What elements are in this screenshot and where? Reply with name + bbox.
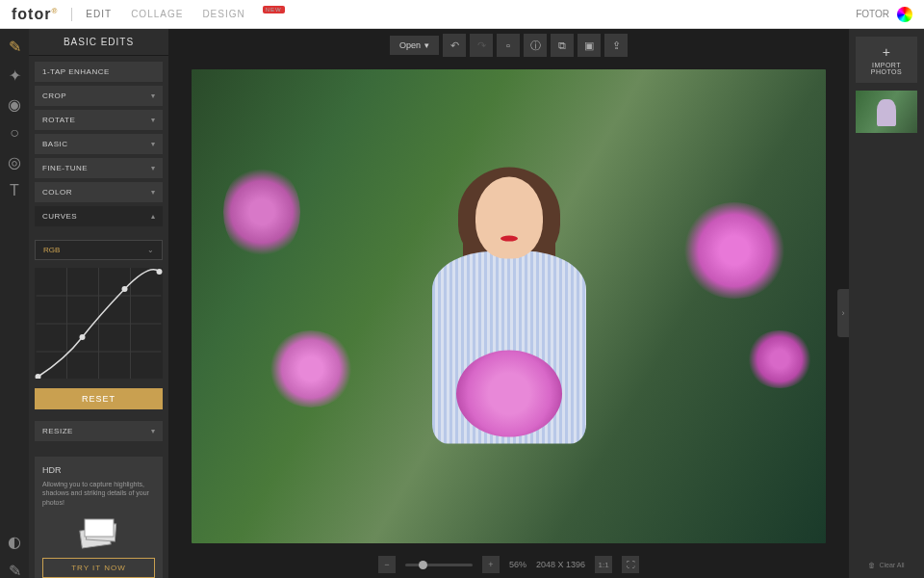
redo-icon[interactable]: ↷ <box>470 34 493 57</box>
zoom-knob[interactable] <box>419 561 427 569</box>
chevron-down-icon: ▾ <box>151 427 156 435</box>
circle-icon[interactable]: ○ <box>7 125 22 141</box>
image-icon[interactable]: ▣ <box>578 34 601 57</box>
chevron-up-icon: ▴ <box>151 212 156 221</box>
image-content <box>223 164 300 260</box>
canvas-image[interactable] <box>192 69 826 543</box>
zoom-slider[interactable] <box>405 564 473 566</box>
chevron-down-icon: ▾ <box>424 40 429 50</box>
image-content <box>681 202 787 299</box>
import-photos-button[interactable]: +IMPORT PHOTOS <box>856 37 917 83</box>
new-badge: NEW <box>263 6 285 13</box>
compare-icon[interactable]: ⧉ <box>551 34 574 57</box>
hdr-promo: HDR Allowing you to capture highlights, … <box>35 457 163 578</box>
svg-point-7 <box>80 334 86 340</box>
zoom-in-button[interactable]: + <box>482 556 500 573</box>
panel-title: BASIC EDITS <box>29 29 168 56</box>
nav-edit[interactable]: EDIT <box>86 9 112 19</box>
item-enhance[interactable]: 1-TAP ENHANCE <box>35 62 163 82</box>
hdr-illustration <box>42 513 155 552</box>
chevron-down-icon: ⌄ <box>147 246 154 254</box>
user-label[interactable]: FOTOR <box>856 9 889 19</box>
wand-icon[interactable]: ✦ <box>7 67 22 83</box>
item-finetune[interactable]: FINE-TUNE▾ <box>35 158 163 178</box>
photo-thumbnail[interactable] <box>856 91 917 133</box>
item-basic[interactable]: BASIC▾ <box>35 134 163 154</box>
note-icon[interactable]: ✎ <box>7 563 22 578</box>
chevron-down-icon: ▾ <box>151 164 156 172</box>
nav-collage[interactable]: COLLAGE <box>131 9 183 19</box>
top-bar: fotor® EDIT COLLAGE DESIGNNEW FOTOR <box>0 0 924 29</box>
item-curves[interactable]: CURVES▴ <box>35 206 163 226</box>
target-icon[interactable]: ◎ <box>7 154 22 170</box>
top-nav: EDIT COLLAGE DESIGNNEW <box>86 9 267 19</box>
collapse-right-icon[interactable]: › <box>837 289 849 337</box>
image-dimensions: 2048 X 1396 <box>536 560 585 569</box>
undo-icon[interactable]: ↶ <box>443 34 466 57</box>
chevron-down-icon: ▾ <box>151 140 156 148</box>
canvas-toolbar: Open▾ ↶ ↷ ▫ ⓘ ⧉ ▣ ⇪ <box>168 29 849 56</box>
image-content <box>413 177 605 486</box>
svg-rect-12 <box>85 519 114 537</box>
info-icon[interactable]: ⓘ <box>524 34 547 57</box>
share-icon[interactable]: ⇪ <box>604 34 628 57</box>
nav-design[interactable]: DESIGNNEW <box>202 9 267 19</box>
curves-graph[interactable] <box>35 268 163 379</box>
hdr-desc: Allowing you to capture highlights, shad… <box>42 480 155 508</box>
item-crop[interactable]: CROP▾ <box>35 86 163 106</box>
contrast-icon[interactable]: ◐ <box>7 534 22 549</box>
image-content <box>746 330 813 388</box>
fullscreen-icon[interactable]: ⛶ <box>622 556 639 573</box>
channel-select[interactable]: RGB⌄ <box>35 240 163 260</box>
save-icon[interactable]: ▫ <box>497 34 520 57</box>
plus-icon: + <box>856 44 917 60</box>
open-button[interactable]: Open▾ <box>390 36 439 55</box>
edit-panel: BASIC EDITS 1-TAP ENHANCE CROP▾ ROTATE▾ … <box>29 29 168 578</box>
top-right: FOTOR <box>856 7 912 22</box>
eye-icon[interactable]: ◉ <box>7 96 22 112</box>
fit-icon[interactable]: 1:1 <box>595 556 612 573</box>
svg-point-9 <box>157 269 163 275</box>
tool-rail: ✎ ✦ ◉ ○ ◎ T ◐ ✎ <box>0 29 29 578</box>
right-panel: +IMPORT PHOTOS 🗑Clear All <box>849 29 924 578</box>
try-hdr-button[interactable]: TRY IT NOW <box>42 558 155 578</box>
chevron-down-icon: ▾ <box>151 188 156 197</box>
canvas-area: Open▾ ↶ ↷ ▫ ⓘ ⧉ ▣ ⇪ − + 56% 2048 X 139 <box>168 29 849 578</box>
zoom-value: 56% <box>509 560 526 569</box>
item-rotate[interactable]: ROTATE▾ <box>35 110 163 130</box>
canvas-footer: − + 56% 2048 X 1396 1:1 ⛶ <box>168 551 849 578</box>
chevron-down-icon: ▾ <box>151 92 156 100</box>
item-color[interactable]: COLOR▾ <box>35 182 163 202</box>
text-icon[interactable]: T <box>7 183 22 198</box>
logo[interactable]: fotor® <box>12 6 58 23</box>
item-resize[interactable]: RESIZE▾ <box>35 421 163 441</box>
zoom-out-button[interactable]: − <box>378 556 396 573</box>
reset-button[interactable]: RESET <box>35 388 163 409</box>
image-content <box>268 330 354 407</box>
chevron-down-icon: ▾ <box>151 116 156 124</box>
color-wheel-icon[interactable] <box>897 7 912 22</box>
trash-icon: 🗑 <box>868 562 875 568</box>
clear-all-button[interactable]: 🗑Clear All <box>868 552 904 578</box>
separator <box>71 8 72 21</box>
pencil-icon[interactable]: ✎ <box>7 39 22 54</box>
hdr-title: HDR <box>42 464 155 477</box>
svg-point-8 <box>122 286 128 292</box>
